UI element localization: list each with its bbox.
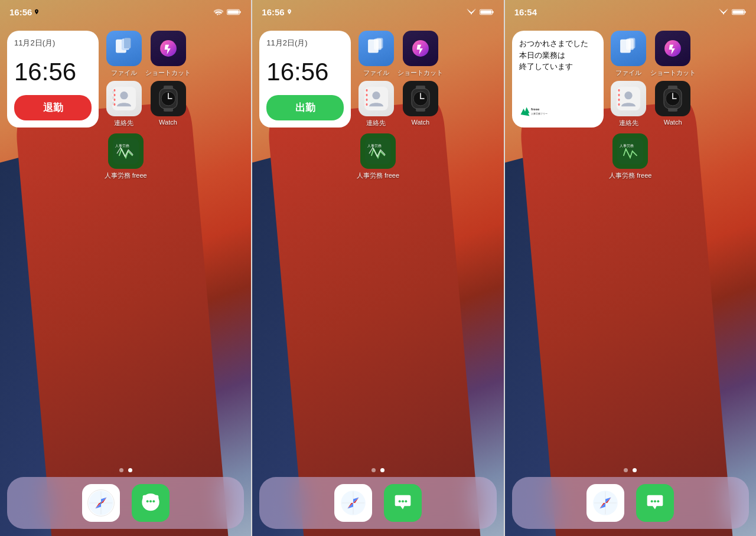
home-content-2: 11月2日(月) 16:56 出勤 ファイル [252, 26, 503, 477]
battery-icon-2 [480, 9, 494, 15]
contacts-svg-3 [617, 87, 640, 110]
svg-text:freee: freee [531, 107, 540, 111]
svg-point-13 [120, 91, 128, 99]
page-dots-2 [252, 468, 503, 472]
app-files-icon-2 [359, 31, 394, 66]
dock-safari-1[interactable] [82, 484, 120, 522]
app-watch-icon-3 [655, 81, 690, 116]
app-files-wrap-1[interactable]: ファイル [105, 31, 143, 77]
dot-1-2 [128, 468, 132, 472]
contacts-svg-2 [364, 87, 388, 110]
app-contacts-wrap-2[interactable]: 連絡先 [357, 81, 395, 128]
dock-safari-2[interactable] [334, 484, 372, 522]
top-row-1: 11月2日(月) 16:56 退勤 [7, 31, 244, 128]
dock-safari-3[interactable] [586, 484, 624, 522]
app-shortcuts-wrap-1[interactable]: ショートカット [149, 31, 187, 77]
app-freee-large-2[interactable]: 人事労務 人事労務 freee [259, 133, 496, 180]
app-watch-wrap-3[interactable]: Watch [654, 81, 692, 128]
svg-rect-52 [366, 103, 367, 106]
phone-screen-1: 16:56 11月2日(月) 16:56 退勤 [0, 0, 251, 536]
svg-rect-49 [366, 89, 367, 91]
apps-row1-2: ファイル [357, 31, 439, 77]
status-icons-2 [467, 9, 494, 15]
svg-rect-15 [113, 94, 115, 96]
app-watch-wrap-2[interactable]: Watch [401, 81, 439, 128]
svg-rect-75 [732, 10, 744, 14]
apps-row2-1: 連絡先 [105, 81, 187, 128]
app-shortcuts-label-3: ショートカット [650, 68, 696, 77]
app-contacts-label-3: 連絡先 [619, 119, 638, 128]
app-contacts-wrap-1[interactable]: 連絡先 [105, 81, 143, 128]
dock-messages-3[interactable] [636, 484, 674, 522]
dot-1-1 [119, 468, 123, 472]
app-contacts-icon-3 [611, 81, 646, 116]
app-shortcuts-wrap-2[interactable]: ショートカット [401, 31, 439, 77]
app-shortcuts-icon-3 [655, 31, 690, 66]
status-bar-2: 16:56 [252, 0, 503, 24]
phone-screen-3: 16:54 おつかれさまでした 本日の業務は 終了しています freee [505, 0, 756, 536]
app-freee-large-3[interactable]: 人事労務 人事労務 freee [512, 133, 749, 180]
svg-rect-86 [618, 99, 620, 101]
widget-time-1: 16:56 [14, 60, 92, 84]
app-shortcuts-label-1: ショートカット [145, 68, 191, 77]
app-files-wrap-2[interactable]: ファイル [357, 31, 395, 77]
app-freee-icon-3: 人事労務 [612, 133, 648, 169]
watch-svg-2 [409, 86, 432, 112]
dock-messages-2[interactable] [384, 484, 422, 522]
svg-point-69 [399, 500, 401, 502]
app-files-icon-1 [106, 31, 142, 66]
dock-1 [7, 477, 244, 529]
widget-logo-3: freee 人事労務フリー [519, 103, 597, 120]
freee-svg-1: 人事労務 [113, 138, 139, 164]
time-display-2: 16:56 [262, 7, 284, 17]
status-bar-1: 16:56 [0, 0, 251, 24]
svg-point-104 [651, 500, 653, 502]
page-dots-1 [0, 468, 251, 472]
widget-2[interactable]: 11月2日(月) 16:56 出勤 [259, 31, 351, 128]
app-watch-icon-1 [151, 81, 186, 116]
app-freee-icon-2: 人事労務 [360, 133, 396, 169]
app-shortcuts-wrap-3[interactable]: ショートカット [654, 31, 692, 77]
svg-point-106 [657, 500, 660, 502]
svg-rect-11 [112, 96, 114, 99]
app-freee-large-1[interactable]: 人事労務 人事労務 freee [7, 133, 244, 180]
messages-svg-3 [643, 491, 667, 515]
app-files-wrap-3[interactable]: ファイル [610, 31, 648, 77]
widget-date-2: 11月2日(月) [266, 38, 344, 48]
svg-rect-94 [617, 138, 643, 164]
svg-rect-10 [112, 91, 114, 94]
app-freee-label-2: 人事労務 freee [357, 171, 399, 180]
svg-rect-50 [366, 94, 367, 96]
app-shortcuts-icon-1 [151, 31, 186, 66]
watch-svg-1 [157, 86, 180, 112]
status-icons-3 [719, 9, 747, 15]
widget-1[interactable]: 11月2日(月) 16:56 退勤 [7, 31, 99, 128]
dot-2-1 [372, 468, 376, 472]
svg-rect-24 [113, 138, 139, 164]
svg-point-39 [471, 13, 472, 14]
app-shortcuts-icon-2 [403, 31, 438, 66]
svg-rect-85 [618, 94, 620, 96]
safari-svg-3 [591, 489, 620, 517]
widget-button-2[interactable]: 出勤 [266, 95, 344, 120]
battery-icon-3 [732, 9, 747, 15]
freee-logo-svg-3: freee 人事労務フリー [519, 103, 555, 120]
apps-col-1: ファイル [105, 31, 187, 128]
freee-svg-3: 人事労務 [617, 138, 643, 164]
files-svg-2 [365, 37, 387, 60]
widget-button-1[interactable]: 退勤 [14, 95, 92, 120]
svg-point-83 [624, 91, 632, 99]
app-contacts-wrap-3[interactable]: 連絡先 [610, 81, 648, 128]
status-time-3: 16:54 [514, 7, 537, 17]
svg-point-105 [654, 500, 656, 502]
status-bar-3: 16:54 [505, 0, 756, 24]
svg-rect-87 [618, 103, 620, 106]
svg-point-36 [146, 500, 148, 502]
apps-row1-3: ファイル [610, 31, 692, 77]
widget-msg-3[interactable]: おつかれさまでした 本日の業務は 終了しています freee 人事労務フリー [512, 31, 604, 128]
dock-messages-1[interactable] [132, 484, 170, 522]
app-watch-wrap-1[interactable]: Watch [149, 81, 187, 128]
app-files-label-2: ファイル [363, 68, 389, 77]
freee-svg-2: 人事労務 [365, 138, 391, 164]
wifi-icon-3 [719, 9, 728, 15]
